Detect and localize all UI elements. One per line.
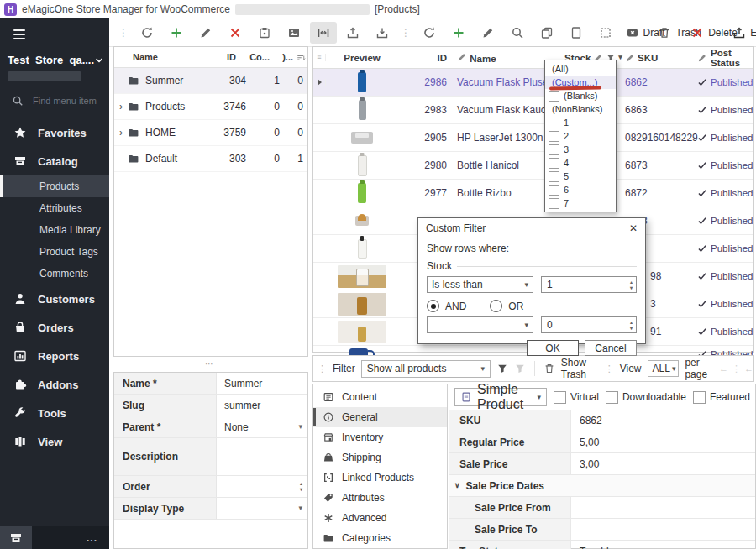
filter-option-value[interactable]: 4 [545,156,616,170]
tree-row-products[interactable]: Products 3746 0 0 [114,94,307,120]
draft-button[interactable]: Draft [629,22,661,44]
image-button[interactable] [281,22,307,44]
tree-column-id[interactable]: ID [197,52,236,62]
clear-filter-icon[interactable] [514,363,526,374]
filter-option-nonblanks[interactable]: (NonBlanks) [545,102,616,116]
value1-input[interactable]: 1 [541,276,637,293]
tree-row-default[interactable]: Default 303 0 1 [114,146,307,172]
column-post-status[interactable]: Post Status [697,48,753,68]
tab-advanced[interactable]: Advanced [313,508,447,528]
filter-option-value[interactable]: 7 [545,196,616,210]
delete-category-button[interactable] [222,22,249,44]
sidebar-item-comments[interactable]: Comments [0,263,109,285]
checkbox[interactable] [549,144,559,155]
cancel-button[interactable]: Cancel [585,340,637,356]
checkbox[interactable] [549,131,559,142]
tab-content[interactable]: Content [313,387,447,407]
column-preview[interactable]: Preview [326,53,398,63]
featured-checkbox[interactable]: Featured [693,391,750,404]
apply-filter-icon[interactable] [496,363,508,374]
tax-status-field[interactable]: Taxable [571,541,755,549]
downloadable-checkbox[interactable]: Downloadable [606,391,686,404]
store-selector[interactable]: Test_Store_qa.... [0,50,109,66]
sidebar-item-reports[interactable]: Reports [0,342,109,370]
filter-option-value[interactable]: 1 [545,116,616,129]
filter-option-value[interactable]: 5 [545,170,616,183]
value2-input[interactable]: 0 [541,316,637,333]
split-view-button[interactable] [310,22,337,44]
sidebar-item-tools[interactable]: Tools [0,399,109,427]
hamburger-menu-button[interactable] [0,18,109,50]
spinner-icons[interactable] [630,280,633,290]
sidebar-item-view[interactable]: View [0,427,109,456]
sidebar-item-attributes[interactable]: Attributes [0,197,109,219]
sidebar-item-products[interactable]: Products [0,175,109,197]
tree-column-name[interactable]: Name [114,52,197,62]
filter-option-value[interactable]: 3 [545,143,616,156]
or-radio[interactable]: OR [490,300,523,312]
sort-icon[interactable] [296,52,306,62]
sidebar-overflow-button[interactable]: ... [87,532,97,544]
trash-icon[interactable] [543,363,555,374]
slug-field[interactable]: summer [217,395,307,416]
add-category-button[interactable] [163,22,190,44]
sidebar-item-customers[interactable]: Customers [0,285,109,313]
tab-shipping[interactable]: Shipping [313,447,447,468]
catalog-mode-button[interactable] [0,526,32,549]
filter-option-blanks[interactable]: (Blanks) [545,89,616,102]
checkbox[interactable] [549,91,559,102]
tab-general[interactable]: General [313,407,447,427]
sale-price-to-field[interactable] [571,519,755,540]
product-row[interactable]: 2905 HP LaserJet 1300n Printer 082916014… [313,124,753,152]
filter-option-custom[interactable]: (Custom...) [545,76,616,89]
checkbox[interactable] [549,158,559,169]
operator1-select[interactable]: Is less than [427,276,533,293]
edit-category-button[interactable] [192,22,219,44]
product-row[interactable]: 2977 Bottle Rizbo 6872 Published [313,180,753,207]
tree-row-home[interactable]: HOME 3759 0 0 [114,120,307,146]
paste-button[interactable] [251,22,278,44]
show-trash-button[interactable]: Show Trash [561,357,599,380]
tree-row-summer[interactable]: Summer 304 1 0 [114,68,307,94]
filter-option-all[interactable]: (All) [545,62,616,76]
add-product-button[interactable] [445,22,472,44]
tab-attributes[interactable]: Attributes [313,488,447,508]
checkbox[interactable] [554,391,566,404]
sku-field[interactable]: 6862 [571,410,755,431]
expand-icon[interactable] [114,128,128,138]
duplicate-button[interactable] [533,22,560,44]
filter-caret-icon[interactable] [618,54,622,61]
sidebar-item-favorites[interactable]: Favorites [0,118,109,147]
checkbox[interactable] [606,391,618,404]
toolbar-grip[interactable] [118,28,129,38]
sidebar-item-media-library[interactable]: Media Library [0,219,109,241]
display-type-select[interactable] [217,498,307,519]
and-radio[interactable]: AND [427,300,466,312]
product-row[interactable]: 2983 Vacuum Flask Kaucex 6863 Published [313,97,753,124]
menu-search-field[interactable]: Find menu item [0,88,109,113]
sidebar-item-addons[interactable]: Addons [0,370,109,399]
filterbar-grip[interactable] [318,364,327,374]
sale-price-dates-group[interactable]: Sale Price Dates [449,475,755,497]
toolbar-grip[interactable] [401,28,411,38]
name-field[interactable]: Summer [217,373,307,394]
description-field[interactable] [217,438,307,475]
operator2-select[interactable] [427,316,533,333]
per-page-select[interactable]: ALL [648,360,680,377]
tree-column-d[interactable]: )... [270,52,296,62]
product-row[interactable]: 2980 Bottle Hanicol 6873 Published [313,152,753,180]
delete-product-button[interactable]: Delete [698,22,730,44]
sidebar-item-orders[interactable]: Orders [0,313,109,342]
checkbox[interactable] [549,118,559,128]
sidebar-item-catalog[interactable]: Catalog [0,147,109,175]
virtual-checkbox[interactable]: Virtual [554,391,599,404]
product-row[interactable]: 2986 Vacuum Flask Plusek 6862 Published [313,69,753,97]
tree-column-count[interactable]: Co... [236,52,270,62]
search-button[interactable] [504,22,531,44]
export-categories-button[interactable] [339,22,366,44]
filter-select[interactable]: Show all products [361,360,491,378]
refresh-categories-button[interactable] [134,22,160,44]
page-button[interactable] [563,22,590,44]
sidebar-item-product-tags[interactable]: Product Tags [0,241,109,263]
refresh-products-button[interactable] [416,22,443,44]
